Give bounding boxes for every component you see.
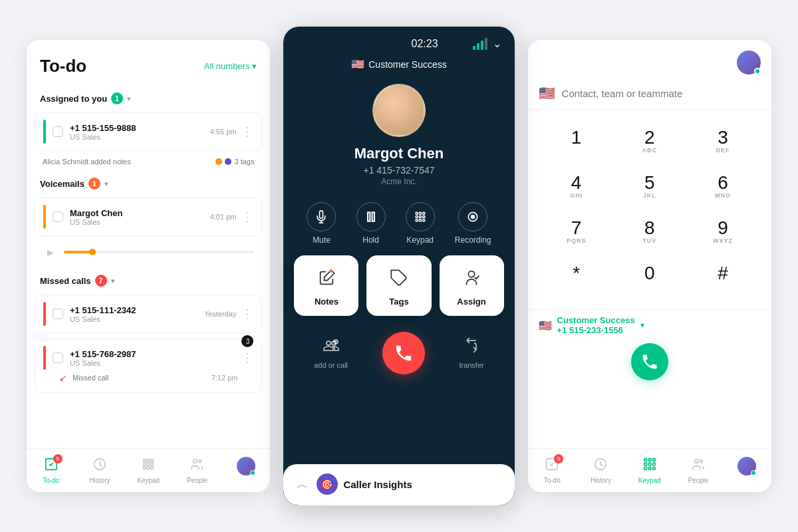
right-todo-nav-wrapper: 9: [545, 457, 559, 475]
voicemail-item[interactable]: Margot Chen US Sales 4:01 pm ⋮: [35, 198, 262, 236]
end-call-button[interactable]: [382, 332, 425, 374]
notes-label: Notes: [315, 297, 338, 307]
key-6[interactable]: 6 MNO: [688, 166, 758, 208]
svg-rect-22: [422, 216, 424, 218]
call-note-row: Alicia Schmidt added notes 3 tags: [35, 154, 262, 167]
call-controls: Mute Hold Keypad Recording: [283, 186, 514, 255]
tags-container: 3 tags: [215, 158, 254, 166]
svg-rect-38: [652, 459, 655, 462]
right-nav-history[interactable]: History: [577, 454, 625, 487]
tags-icon: [390, 269, 408, 291]
key-hash[interactable]: #: [688, 256, 758, 299]
key-7[interactable]: 7 PQRS: [541, 211, 612, 253]
play-button[interactable]: ▶: [43, 244, 59, 260]
svg-point-12: [199, 460, 201, 463]
tags-card[interactable]: Tags: [366, 255, 431, 316]
caller-avatar: [372, 84, 426, 137]
right-nav-people-label: People: [688, 477, 708, 484]
keypad-button[interactable]: Keypad: [406, 202, 435, 245]
call-options-button[interactable]: ⋮: [241, 124, 253, 139]
recording-button[interactable]: Recording: [455, 202, 491, 245]
missed-checkbox-1[interactable]: [53, 309, 63, 319]
missed-checkbox-2[interactable]: [53, 352, 63, 363]
all-numbers-button[interactable]: All numbers ▾: [204, 61, 257, 71]
todo-header: To-do All numbers ▾: [27, 40, 270, 87]
right-nav-keypad[interactable]: Keypad: [625, 454, 674, 487]
mute-button[interactable]: Mute: [307, 202, 336, 245]
selected-chevron-icon[interactable]: ▾: [640, 321, 644, 330]
svg-point-27: [471, 215, 475, 219]
nav-history[interactable]: History: [75, 454, 124, 487]
tags-label: Tags: [389, 297, 408, 307]
right-nav-todo[interactable]: 9 To-do: [528, 454, 577, 487]
dial-button[interactable]: [631, 343, 668, 380]
key-4[interactable]: 4 GHI: [541, 166, 612, 208]
missed-options-button-2[interactable]: ⋮: [241, 350, 253, 365]
right-todo-nav-badge: 9: [554, 454, 563, 464]
keypad-user-avatar[interactable]: [737, 51, 761, 74]
voicemails-section-header: Voicemails 1 ▾: [27, 172, 270, 195]
key-2[interactable]: 2 ABC: [614, 120, 685, 163]
hold-icon: [356, 202, 386, 231]
key-3[interactable]: 3 DEF: [688, 120, 758, 163]
keypad-icon: [406, 202, 435, 231]
voicemail-info: Margot Chen US Sales: [70, 208, 122, 226]
progress-fill: [64, 251, 92, 253]
call-checkbox[interactable]: [53, 126, 63, 137]
caller-insights-panel[interactable]: ︿ 🎯 Caller Insights: [283, 464, 514, 505]
selected-number-area: 🇺🇸 Customer Success +1 515-233-1556 ▾: [528, 309, 771, 340]
nav-keypad-label: Keypad: [137, 477, 160, 484]
voicemail-options-button[interactable]: ⋮: [241, 209, 253, 224]
call-dropdown-button[interactable]: ⌄: [493, 37, 501, 50]
add-call-icon: [323, 338, 339, 357]
todo-nav-wrapper: 9: [44, 457, 59, 475]
key-9[interactable]: 9 WXYZ: [688, 211, 758, 253]
assigned-section-header: Assigned to you 1 ▾: [27, 87, 270, 110]
search-input[interactable]: [562, 88, 761, 99]
hold-button[interactable]: Hold: [356, 202, 386, 245]
voicemail-checkbox[interactable]: [53, 211, 63, 222]
signal-bars: [473, 38, 487, 50]
missed-options-button-1[interactable]: ⋮: [241, 307, 253, 321]
nav-people[interactable]: People: [173, 454, 221, 487]
svg-rect-6: [147, 463, 150, 466]
signal-bar-2: [477, 43, 479, 50]
svg-rect-18: [419, 212, 421, 214]
nav-todo[interactable]: 9 To-do: [27, 454, 75, 487]
insights-label: Caller Insights: [343, 479, 412, 490]
tag-dot-2: [225, 158, 231, 165]
svg-rect-4: [151, 460, 154, 462]
add-call-button[interactable]: add or call: [314, 338, 348, 369]
transfer-button[interactable]: transfer: [459, 338, 483, 369]
nav-keypad[interactable]: Keypad: [124, 454, 173, 487]
key-8[interactable]: 8 TUV: [614, 211, 685, 253]
assign-card[interactable]: Assign: [440, 255, 504, 316]
right-nav-people[interactable]: People: [674, 454, 722, 487]
nav-avatar[interactable]: [221, 454, 270, 487]
svg-rect-21: [419, 216, 421, 218]
assign-icon: [462, 269, 481, 291]
key-1[interactable]: 1: [541, 120, 612, 163]
keypad-ctrl-label: Keypad: [406, 235, 434, 245]
svg-point-11: [194, 460, 198, 464]
right-nav-avatar[interactable]: [723, 454, 771, 487]
call-top-bar: 02:23 ⌄: [283, 27, 514, 55]
svg-point-28: [330, 269, 333, 273]
insights-header: 🎯 Caller Insights: [317, 473, 412, 495]
right-user-avatar[interactable]: [737, 457, 756, 475]
missed-call-item-2[interactable]: 3 +1 515-768-2987 US Sales ⋮ ↙ Missed ca…: [35, 338, 262, 393]
add-call-label: add or call: [314, 361, 348, 369]
key-0[interactable]: 0: [614, 256, 685, 299]
caller-company: Acme Inc.: [283, 177, 514, 186]
key-5[interactable]: 5 JKL: [614, 166, 685, 208]
missed-call-item-1[interactable]: +1 515-111-2342 US Sales Yesterday ⋮: [35, 295, 262, 333]
user-avatar[interactable]: [237, 457, 255, 475]
key-star[interactable]: *: [541, 256, 612, 299]
right-keypad-nav-icon: [642, 457, 657, 475]
notes-card[interactable]: Notes: [294, 255, 358, 316]
nav-history-label: History: [89, 477, 110, 484]
progress-bar[interactable]: [64, 251, 254, 253]
todo-title: To-do: [40, 56, 86, 76]
assigned-call-item[interactable]: +1 515-155-9888 US Sales 4:55 pm ⋮: [35, 112, 262, 151]
recording-icon: [458, 202, 487, 231]
